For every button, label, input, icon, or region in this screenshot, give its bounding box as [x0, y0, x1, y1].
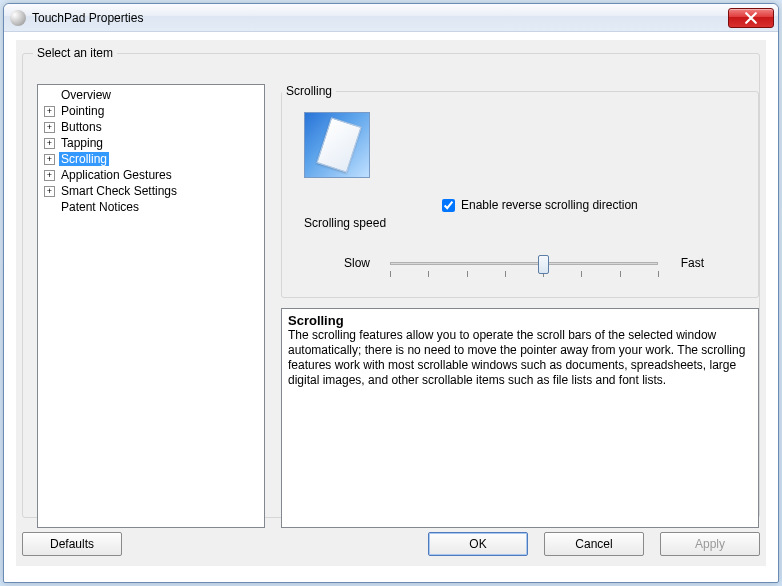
plus-icon[interactable]: + — [44, 154, 55, 165]
button-row: Defaults OK Cancel Apply — [22, 532, 760, 566]
tree-item-label: Overview — [59, 88, 113, 102]
tree-item-label: Smart Check Settings — [59, 184, 179, 198]
plus-icon[interactable]: + — [44, 122, 55, 133]
tree-item-scrolling[interactable]: +Scrolling — [38, 151, 264, 167]
plus-icon[interactable]: + — [44, 186, 55, 197]
reverse-scroll-checkbox-row[interactable]: Enable reverse scrolling direction — [442, 198, 638, 212]
slider-thumb[interactable] — [538, 255, 549, 274]
tree-item-pointing[interactable]: +Pointing — [38, 103, 264, 119]
tree-item-overview[interactable]: Overview — [38, 87, 264, 103]
plus-icon[interactable]: + — [44, 170, 55, 181]
description-title: Scrolling — [288, 313, 752, 328]
scrolling-group: Scrolling Enable reverse scrolling direc… — [281, 84, 759, 298]
fast-label: Fast — [681, 256, 704, 270]
plus-icon[interactable]: + — [44, 106, 55, 117]
slider-track — [390, 262, 658, 265]
close-icon — [745, 12, 757, 24]
cancel-button[interactable]: Cancel — [544, 532, 644, 556]
scrolling-image — [304, 112, 370, 178]
content-area: Select an item Overview+Pointing+Buttons… — [16, 40, 766, 566]
apply-button[interactable]: Apply — [660, 532, 760, 556]
reverse-scroll-checkbox[interactable] — [442, 199, 455, 212]
window-title: TouchPad Properties — [32, 11, 143, 25]
tree-dotted-icon — [44, 202, 55, 213]
tree-item-application-gestures[interactable]: +Application Gestures — [38, 167, 264, 183]
tree-dotted-icon — [44, 90, 55, 101]
outer-legend: Select an item — [33, 46, 117, 60]
scrolling-legend: Scrolling — [282, 84, 336, 98]
speed-slider-wrap: Slow Fast — [344, 253, 704, 293]
tree-item-label: Application Gestures — [59, 168, 174, 182]
select-item-group: Select an item Overview+Pointing+Buttons… — [22, 46, 760, 518]
tree-item-label: Tapping — [59, 136, 105, 150]
description-panel: Scrolling The scrolling features allow y… — [281, 308, 759, 528]
close-button[interactable] — [728, 8, 774, 28]
tree-view[interactable]: Overview+Pointing+Buttons+Tapping+Scroll… — [37, 84, 265, 528]
app-icon — [10, 10, 26, 26]
description-body: The scrolling features allow you to oper… — [288, 328, 752, 388]
tree-item-buttons[interactable]: +Buttons — [38, 119, 264, 135]
tree-item-label: Pointing — [59, 104, 106, 118]
tree-item-patent-notices[interactable]: Patent Notices — [38, 199, 264, 215]
titlebar[interactable]: TouchPad Properties — [4, 4, 778, 32]
tree-item-tapping[interactable]: +Tapping — [38, 135, 264, 151]
plus-icon[interactable]: + — [44, 138, 55, 149]
slider-ticks — [390, 271, 658, 279]
speed-slider[interactable] — [390, 259, 658, 277]
scrolling-speed-label: Scrolling speed — [304, 216, 386, 230]
ok-button[interactable]: OK — [428, 532, 528, 556]
tree-item-label: Scrolling — [59, 152, 109, 166]
reverse-scroll-label: Enable reverse scrolling direction — [461, 198, 638, 212]
defaults-button[interactable]: Defaults — [22, 532, 122, 556]
window: TouchPad Properties Select an item Overv… — [3, 3, 779, 583]
tree-item-smart-check-settings[interactable]: +Smart Check Settings — [38, 183, 264, 199]
tree-item-label: Patent Notices — [59, 200, 141, 214]
tree-item-label: Buttons — [59, 120, 104, 134]
slow-label: Slow — [344, 256, 370, 270]
